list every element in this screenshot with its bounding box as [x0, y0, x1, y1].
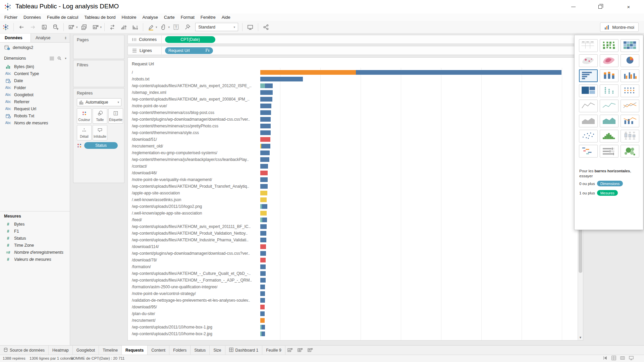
bar-segment-blue[interactable] — [260, 150, 270, 155]
bar-segment-teal[interactable] — [260, 83, 265, 88]
row-label[interactable]: /apple-app-site-association — [132, 191, 180, 195]
menu-item-tableau-de-bord[interactable]: Tableau de bord — [81, 14, 118, 20]
dimension-item-robots-txt[interactable]: Robots Txt — [0, 112, 70, 119]
bar-segment-red[interactable] — [260, 258, 266, 262]
sort-ascending-icon[interactable] — [119, 22, 129, 32]
bar-segment-yellow[interactable] — [260, 211, 267, 216]
menu-item-donn-es[interactable]: Données — [20, 14, 44, 20]
row-label[interactable]: /formation/ — [132, 264, 151, 269]
dimension-item-googlebot[interactable]: AbcGooglebot — [0, 91, 70, 98]
row-label[interactable]: /download/114/ — [132, 244, 159, 249]
sheet-tab-size[interactable]: Size — [210, 346, 225, 355]
new-data-source-icon[interactable] — [51, 22, 61, 32]
bar-segment-blue[interactable] — [260, 117, 271, 122]
measure-item-f1[interactable]: #F1 — [0, 228, 70, 235]
dimension-item-request-url[interactable]: AbcRequest Url — [0, 105, 70, 112]
showme-thumbnail-side-by-side-circles[interactable] — [621, 84, 639, 97]
bar-segment-blue[interactable] — [260, 104, 271, 108]
dimension-item-bytes-bin-[interactable]: Bytes (bin) — [0, 63, 70, 70]
bar-segment-blue[interactable] — [262, 325, 265, 329]
bar-segment-red[interactable] — [260, 305, 265, 309]
row-label[interactable]: /wp-content/uploads/files/AKTEHOM_Produi… — [132, 184, 249, 189]
bar-segment-blue[interactable] — [260, 231, 266, 236]
minimize-button[interactable] — [564, 0, 583, 13]
presentation-view-icon[interactable] — [629, 355, 634, 361]
showme-thumbnail-highlight-table[interactable] — [621, 39, 639, 52]
duplicate-sheet-icon[interactable] — [79, 22, 89, 32]
sheet-tab-content[interactable]: Content — [148, 346, 169, 355]
sheet-tab-source-de-donn-es[interactable]: Source de données — [0, 346, 49, 355]
dimension-item-noms-de-mesures[interactable]: AbcNoms de mesures — [0, 119, 70, 126]
row-label[interactable]: /notre-point-de-vue/control-strategy/ — [132, 291, 196, 296]
bar-segment-blue[interactable] — [260, 130, 271, 135]
bar[interactable] — [260, 124, 271, 128]
show-mark-labels-icon[interactable]: T — [171, 22, 181, 32]
rows-pill-request-url[interactable]: Request Url — [165, 47, 213, 54]
bar[interactable] — [260, 238, 266, 242]
close-button[interactable]: × — [619, 0, 638, 13]
showme-thumbnail-dual-combination[interactable] — [621, 115, 639, 127]
bar-segment-yellow[interactable] — [260, 191, 267, 195]
bar-segment-blue[interactable] — [356, 70, 561, 75]
bar-segment-orange[interactable] — [260, 70, 356, 75]
bar-segment-blue[interactable] — [260, 177, 268, 182]
row-label[interactable]: /wp-content/plugins/wp-downloadmanager/d… — [132, 117, 250, 122]
bar[interactable] — [260, 271, 266, 276]
bar-segment-orange[interactable] — [260, 318, 265, 323]
row-label[interactable]: /wp-content/uploads/files/AKTEHOM_avis_e… — [132, 224, 251, 229]
row-label[interactable]: /sitemap_index.xml — [132, 90, 166, 95]
sheet-tab-timeline[interactable]: Timeline — [99, 346, 122, 355]
bar[interactable] — [260, 77, 303, 81]
row-label[interactable]: /wp-content/uploads/files/AKTEHOM_-_Cult… — [132, 271, 251, 276]
showme-thumbnail-pie-chart[interactable] — [621, 54, 639, 67]
dimension-item-folder[interactable]: AbcFolder — [0, 84, 70, 91]
row-label[interactable]: /robots.txt — [132, 77, 150, 81]
bar[interactable] — [260, 97, 272, 102]
sheet-tab-status[interactable]: Status — [191, 346, 210, 355]
pages-card[interactable]: Pages — [73, 35, 124, 59]
menu-item-feuille-de-calcul[interactable]: Feuille de calcul — [44, 14, 81, 20]
menu-item-fen-tre[interactable]: Fenêtre — [198, 14, 219, 20]
scroll-down-arrow[interactable]: ▼ — [578, 335, 583, 340]
save-icon[interactable] — [39, 22, 49, 32]
fix-axes-icon[interactable] — [182, 22, 193, 32]
showme-thumbnail-gantt[interactable] — [579, 145, 598, 158]
bar[interactable] — [260, 144, 270, 148]
bar[interactable] — [260, 264, 266, 269]
row-label[interactable]: /notre-point-de-vue/quality-risk-managem… — [132, 177, 212, 182]
bar-segment-blue[interactable] — [260, 251, 266, 256]
bar[interactable] — [260, 104, 271, 108]
bar-segment-blue[interactable] — [260, 157, 269, 162]
columns-pill-cpt-date[interactable]: CPT(Date) — [165, 36, 215, 43]
bar-segment-blue[interactable] — [262, 204, 267, 209]
showme-thumbnail-heat-map[interactable] — [600, 39, 619, 52]
view-list-icon[interactable] — [50, 57, 54, 60]
bar[interactable] — [260, 311, 265, 316]
dimension-item-content-type[interactable]: AbcContent Type — [0, 70, 70, 77]
sheet-tab-folders[interactable]: Folders — [169, 346, 191, 355]
row-label[interactable]: /.well-known/assetlinks.json — [132, 197, 181, 202]
rows-shelf[interactable]: Lignes Request Url — [127, 46, 577, 55]
row-label[interactable]: /wp-content/uploads/2011/10/home-box-1.j… — [132, 325, 212, 329]
row-label[interactable]: /wp-content/uploads/files/AKTEHOM_Produi… — [132, 231, 248, 236]
bar[interactable] — [260, 197, 267, 202]
showme-thumbnail-discrete-lines[interactable] — [600, 100, 619, 112]
bar-segment-blue[interactable] — [260, 224, 267, 229]
jump-start-icon[interactable] — [602, 355, 608, 361]
bar[interactable] — [260, 137, 270, 142]
bar[interactable] — [260, 177, 268, 182]
new-worksheet-icon[interactable] — [66, 22, 76, 32]
showme-thumbnail-packed-bubbles[interactable] — [621, 145, 639, 158]
bar-segment-blue[interactable] — [260, 278, 266, 283]
sheet-tab-dashboard-1[interactable]: Dashboard 1 — [225, 346, 263, 355]
share-icon[interactable] — [261, 22, 271, 32]
bar-segment-blue[interactable] — [260, 124, 271, 128]
bar[interactable] — [260, 130, 271, 135]
bar[interactable] — [260, 70, 561, 75]
bar[interactable] — [260, 291, 265, 296]
restore-window-button[interactable] — [590, 0, 610, 13]
showme-thumbnail-filled-map[interactable] — [600, 54, 619, 67]
row-label[interactable]: /.well-known/apple-app-site-association — [132, 211, 202, 216]
row-label[interactable]: /download/78/ — [132, 258, 157, 262]
bar-segment-blue[interactable] — [260, 164, 268, 169]
